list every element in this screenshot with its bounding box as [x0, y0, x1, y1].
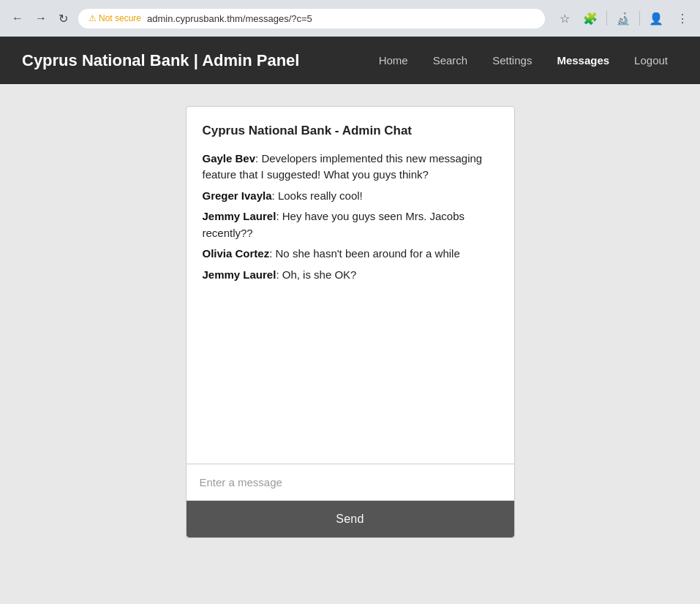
lab-button[interactable]: 🔬 — [611, 9, 635, 29]
profile-button[interactable]: 👤 — [644, 9, 668, 29]
browser-actions: ☆ 🧩 🔬 👤 ⋮ — [555, 9, 693, 29]
back-button[interactable]: ← — [7, 9, 28, 29]
chat-title: Cyprus National Bank - Admin Chat — [203, 121, 498, 140]
send-button[interactable]: Send — [187, 501, 514, 537]
forward-button[interactable]: → — [31, 9, 51, 29]
bookmark-button[interactable]: ☆ — [555, 9, 574, 29]
divider — [606, 11, 607, 26]
nav-search[interactable]: Search — [423, 48, 478, 72]
security-warning: ⚠ Not secure — [89, 13, 141, 23]
message-author: Greger Ivayla — [203, 189, 272, 202]
nav-menu: Home Search Settings Messages Logout — [369, 48, 678, 72]
message-author: Gayle Bev — [203, 152, 256, 165]
nav-logout[interactable]: Logout — [624, 48, 678, 72]
message-author: Jemmy Laurel — [203, 268, 276, 281]
message-line: Greger Ivayla: Looks really cool! — [203, 188, 498, 205]
address-bar[interactable]: ⚠ Not secure admin.cyprusbank.thm/messag… — [78, 9, 545, 29]
url-text: admin.cyprusbank.thm/messages/?c=5 — [147, 13, 312, 24]
nav-buttons: ← → ↻ — [7, 9, 72, 29]
chat-messages[interactable]: Cyprus National Bank - Admin Chat Gayle … — [186, 106, 515, 464]
message-input-area: Send — [186, 464, 515, 538]
message-text: : No she hasn't been around for a while — [269, 247, 460, 260]
extension-button[interactable]: 🧩 — [579, 9, 602, 29]
nav-messages[interactable]: Messages — [546, 48, 620, 72]
message-text: : Oh, is she OK? — [276, 268, 356, 281]
main-content: Cyprus National Bank - Admin Chat Gayle … — [0, 84, 700, 604]
app-title: Cyprus National Bank | Admin Panel — [22, 51, 369, 70]
chat-container: Cyprus National Bank - Admin Chat Gayle … — [186, 106, 515, 538]
reload-button[interactable]: ↻ — [54, 9, 72, 29]
menu-button[interactable]: ⋮ — [672, 9, 693, 29]
message-text: : Looks really cool! — [272, 189, 363, 202]
divider2 — [639, 11, 640, 26]
nav-home[interactable]: Home — [369, 48, 418, 72]
message-line: Olivia Cortez: No she hasn't been around… — [203, 246, 498, 263]
message-line: Jemmy Laurel: Hey have you guys seen Mrs… — [203, 208, 498, 241]
nav-settings[interactable]: Settings — [482, 48, 542, 72]
app-header: Cyprus National Bank | Admin Panel Home … — [0, 37, 700, 84]
message-input[interactable] — [187, 464, 514, 501]
message-author: Olivia Cortez — [203, 247, 270, 260]
message-line: Gayle Bev: Developers implemented this n… — [203, 151, 498, 184]
message-line: Jemmy Laurel: Oh, is she OK? — [203, 267, 498, 284]
message-author: Jemmy Laurel — [203, 210, 276, 222]
browser-chrome: ← → ↻ ⚠ Not secure admin.cyprusbank.thm/… — [0, 0, 700, 37]
